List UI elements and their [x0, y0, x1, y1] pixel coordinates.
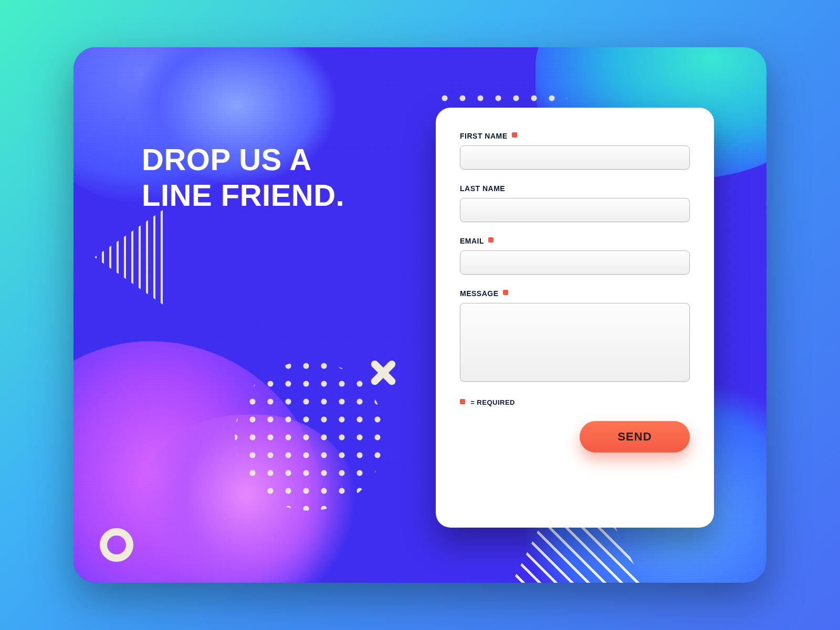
field-first-name: FIRST NAME — [460, 132, 690, 170]
headline-line-1: DROP US A — [142, 142, 312, 176]
label-text: LAST NAME — [460, 184, 505, 193]
field-last-name: LAST NAME — [460, 184, 690, 222]
last-name-label: LAST NAME — [460, 184, 690, 193]
message-textarea[interactable] — [460, 303, 690, 382]
required-note: = REQUIRED — [460, 398, 690, 406]
required-icon — [503, 290, 508, 295]
headline-line-2: LINE FRIEND. — [142, 178, 344, 212]
required-note-text: = REQUIRED — [470, 398, 515, 406]
last-name-input[interactable] — [460, 198, 690, 222]
required-icon — [460, 399, 465, 404]
decor-ring-icon — [100, 528, 133, 562]
field-message: MESSAGE — [460, 289, 690, 384]
label-text: MESSAGE — [460, 289, 499, 298]
label-text: EMAIL — [460, 237, 484, 245]
required-icon — [488, 237, 494, 243]
label-text: FIRST NAME — [460, 132, 508, 140]
submit-row: SEND — [460, 421, 690, 453]
email-input[interactable] — [460, 250, 690, 275]
message-label: MESSAGE — [460, 289, 690, 298]
decor-cross-icon — [368, 357, 399, 388]
contact-card: DROP US A LINE FRIEND. FIRST NAME LAST N… — [74, 47, 766, 583]
email-label: EMAIL — [460, 237, 690, 245]
send-button[interactable]: SEND — [580, 421, 690, 453]
contact-form: FIRST NAME LAST NAME EMAIL MESSAGE — [436, 108, 714, 528]
page-title: DROP US A LINE FRIEND. — [142, 142, 344, 214]
decor-lines-icon — [94, 210, 163, 304]
required-icon — [512, 132, 517, 138]
first-name-label: FIRST NAME — [460, 132, 690, 140]
first-name-input[interactable] — [460, 145, 690, 170]
field-email: EMAIL — [460, 237, 690, 275]
